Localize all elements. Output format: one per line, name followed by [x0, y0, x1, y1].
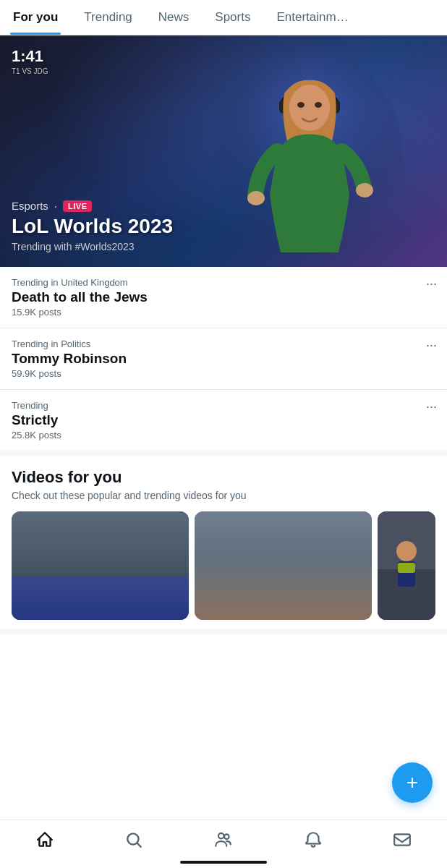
trending-topic-2: Tommy Robinson — [12, 351, 435, 367]
bell-icon — [304, 830, 323, 849]
live-badge: LIVE — [63, 200, 92, 212]
nav-item-entertainment[interactable]: Entertainm… — [263, 0, 361, 35]
nav-notifications[interactable] — [295, 827, 331, 852]
trending-item-1[interactable]: Trending in United Kingdom Death to all … — [0, 267, 447, 328]
trending-label-2: Trending in Politics — [12, 339, 435, 349]
nav-item-trending[interactable]: Trending — [71, 0, 145, 35]
timer-display: 1:41 T1 VS JDG — [12, 47, 48, 75]
svg-point-37 — [224, 834, 229, 839]
videos-subtitle: Check out these popular and trending vid… — [12, 490, 435, 501]
more-options-button-2[interactable]: ··· — [426, 339, 437, 352]
top-navigation: For you Trending News Sports Entertainm… — [0, 0, 447, 35]
trending-label-1: Trending in United Kingdom — [12, 277, 435, 288]
videos-grid: POLICE — [12, 511, 435, 620]
trending-item-3[interactable]: Trending Strictly 25.8K posts ··· — [0, 390, 447, 451]
svg-point-5 — [247, 191, 265, 205]
svg-point-6 — [356, 183, 373, 197]
trending-posts-2: 59.9K posts — [12, 368, 435, 379]
videos-section: Videos for you Check out these popular a… — [0, 456, 447, 634]
home-icon — [35, 830, 54, 849]
trending-topic-3: Strictly — [12, 412, 435, 428]
compose-icon: + — [406, 771, 418, 794]
nav-people[interactable] — [205, 827, 242, 852]
mail-icon — [393, 830, 412, 849]
nav-item-news[interactable]: News — [145, 0, 203, 35]
svg-point-4 — [289, 85, 330, 131]
videos-title: Videos for you — [12, 468, 435, 487]
nav-search[interactable] — [116, 827, 152, 852]
separator-dot: · — [54, 200, 57, 212]
svg-point-7 — [297, 102, 305, 108]
video-subtitle: Trending with #Worlds2023 — [12, 241, 173, 252]
svg-point-36 — [218, 833, 224, 839]
video-thumb-3[interactable] — [378, 511, 435, 620]
compose-fab-button[interactable]: + — [392, 762, 433, 803]
home-indicator — [180, 861, 267, 864]
video-title: LoL Worlds 2023 — [12, 215, 173, 238]
trending-posts-3: 25.8K posts — [12, 430, 435, 441]
search-icon — [124, 830, 143, 849]
trending-section: Trending in United Kingdom Death to all … — [0, 267, 447, 456]
esports-label: Esports · LIVE — [12, 200, 173, 212]
more-options-button-1[interactable]: ··· — [426, 277, 437, 290]
svg-rect-38 — [394, 834, 410, 845]
nav-messages[interactable] — [384, 827, 420, 852]
svg-point-8 — [315, 102, 322, 108]
video-banner[interactable]: 1:41 T1 VS JDG Esports · LIVE LoL Worlds… — [0, 35, 447, 267]
people-icon — [214, 830, 233, 849]
video-overlay-info: Esports · LIVE LoL Worlds 2023 Trending … — [12, 200, 173, 252]
trending-item-2[interactable]: Trending in Politics Tommy Robinson 59.9… — [0, 328, 447, 390]
nav-home[interactable] — [27, 827, 63, 852]
video-thumb-3-svg — [378, 511, 435, 620]
svg-point-32 — [396, 541, 417, 561]
trending-posts-1: 15.9K posts — [12, 307, 435, 318]
trending-label-3: Trending — [12, 400, 435, 411]
nav-item-sports[interactable]: Sports — [202, 0, 263, 35]
more-options-button-3[interactable]: ··· — [426, 400, 437, 413]
nav-item-for-you[interactable]: For you — [0, 0, 71, 35]
svg-rect-34 — [398, 563, 415, 573]
presenter-silhouette — [216, 50, 404, 267]
trending-topic-1: Death to all the Jews — [12, 289, 435, 305]
police-scene-bg — [12, 511, 189, 620]
video-thumb-1[interactable]: POLICE — [12, 511, 189, 620]
street-scene-bg — [195, 511, 372, 620]
video-thumb-2[interactable]: STOP 🍣 SUSHI BAR — [195, 511, 372, 620]
